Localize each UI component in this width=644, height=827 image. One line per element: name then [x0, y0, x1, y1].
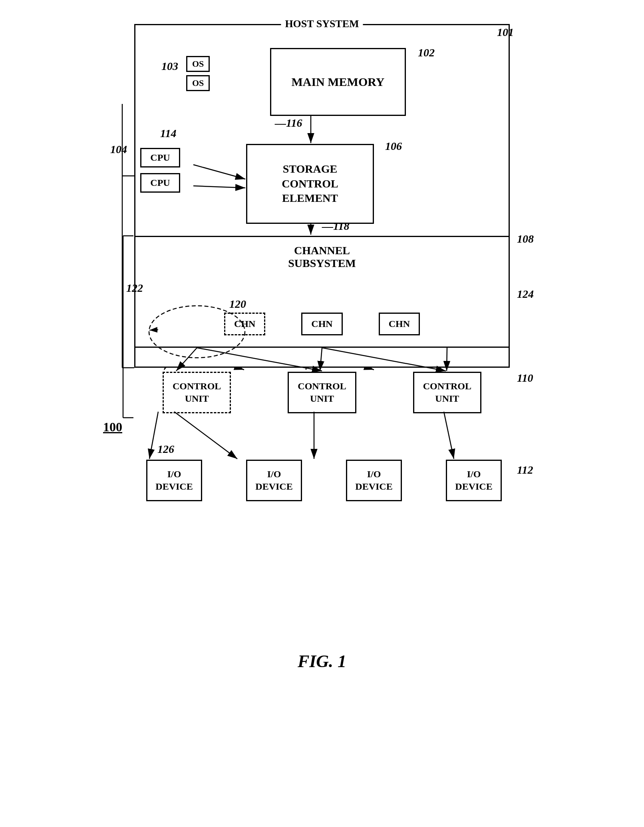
io-device-3: I/ODEVICE [346, 460, 402, 501]
svg-line-37 [444, 412, 454, 459]
control-unit-2: CONTROLUNIT [288, 372, 356, 413]
sce-box: STORAGECONTROLELEMENT [246, 144, 374, 224]
ref-100: 100 [103, 420, 122, 434]
ref-124: 124 [517, 288, 534, 301]
control-unit-1: CONTROLUNIT [163, 372, 231, 413]
chn-box-3: CHN [379, 313, 420, 335]
control-unit-row: CONTROLUNIT CONTROLUNIT CONTROLUNIT [134, 372, 510, 413]
io-device-1: I/ODEVICE [146, 460, 202, 501]
cpu-box-1: CPU [140, 148, 180, 167]
ref-104: 104 [110, 143, 127, 156]
ref-114: 114 [160, 127, 176, 140]
control-unit-3: CONTROLUNIT [413, 372, 481, 413]
ref-112: 112 [517, 464, 533, 476]
ref-108: 108 [517, 233, 534, 245]
fig-label: FIG. 1 [298, 651, 346, 672]
ref-118: —118 [322, 220, 349, 233]
os-container: OS OS [186, 56, 210, 91]
svg-line-35 [174, 412, 237, 459]
ref-103: 103 [161, 60, 178, 73]
sce-label: STORAGECONTROLELEMENT [282, 162, 338, 205]
cpu-container: CPU CPU [140, 148, 180, 193]
ref-102: 102 [418, 46, 435, 59]
ref-120: 120 [229, 298, 246, 311]
chn-row: CHN CHN CHN [224, 313, 420, 335]
ref-101: 101 [497, 26, 514, 39]
channel-subsystem-box: CHANNELSUBSYSTEM CHN CHN CHN [134, 236, 510, 348]
os-box-2: OS [186, 75, 210, 91]
ref-126: 126 [157, 443, 174, 456]
io-device-row: I/ODEVICE I/ODEVICE I/ODEVICE I/ODEVICE [124, 460, 524, 501]
channel-subsystem-label: CHANNELSUBSYSTEM [288, 244, 356, 270]
diagram-container: HOST SYSTEM 101 MAIN MEMORY 102 OS OS 10… [102, 24, 542, 684]
chn-box-1: CHN [224, 313, 265, 335]
ref-116: —116 [275, 117, 302, 130]
main-memory-box: MAIN MEMORY [270, 48, 406, 116]
page: HOST SYSTEM 101 MAIN MEMORY 102 OS OS 10… [0, 0, 644, 827]
ref-110: 110 [517, 372, 533, 385]
io-device-4: I/ODEVICE [446, 460, 502, 501]
cpu-box-2: CPU [140, 173, 180, 193]
host-system-label: HOST SYSTEM [281, 18, 363, 30]
os-box-1: OS [186, 56, 210, 72]
svg-line-34 [149, 412, 158, 459]
main-memory-label: MAIN MEMORY [291, 75, 384, 89]
ref-106: 106 [385, 140, 402, 153]
io-device-2: I/ODEVICE [246, 460, 302, 501]
ref-122: 122 [126, 282, 143, 295]
chn-box-2: CHN [301, 313, 342, 335]
